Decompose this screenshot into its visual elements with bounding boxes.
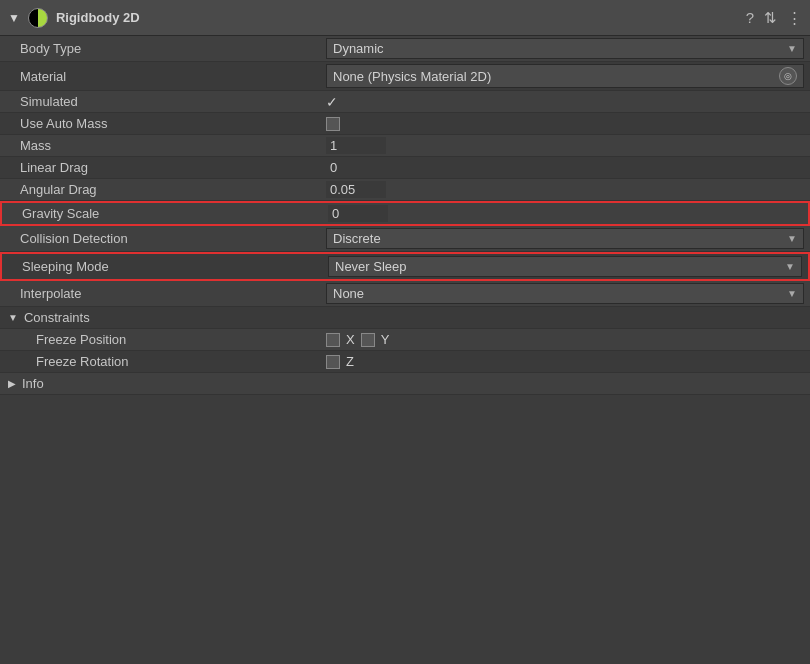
freeze-position-y-checkbox[interactable] xyxy=(361,333,375,347)
info-arrow[interactable]: ▶ xyxy=(8,378,16,389)
simulated-label: Simulated xyxy=(0,91,320,112)
interpolate-dropdown[interactable]: None ▼ xyxy=(326,283,804,304)
body-type-dropdown[interactable]: Dynamic ▼ xyxy=(326,38,804,59)
help-button[interactable]: ? xyxy=(746,10,754,25)
sleeping-mode-value: Never Sleep ▼ xyxy=(322,254,808,279)
body-type-row: Body Type Dynamic ▼ xyxy=(0,36,810,62)
gravity-scale-label: Gravity Scale xyxy=(2,203,322,224)
linear-drag-value xyxy=(320,157,810,178)
use-auto-mass-label: Use Auto Mass xyxy=(0,113,320,134)
constraints-arrow[interactable]: ▼ xyxy=(8,312,18,323)
gravity-scale-value xyxy=(322,203,808,224)
material-select-button[interactable]: ◎ xyxy=(779,67,797,85)
freeze-position-group: X Y xyxy=(326,332,389,347)
gravity-scale-row: Gravity Scale xyxy=(0,201,810,226)
interpolate-row: Interpolate None ▼ xyxy=(0,281,810,307)
sleeping-mode-dropdown[interactable]: Never Sleep ▼ xyxy=(328,256,802,277)
mass-label: Mass xyxy=(0,135,320,156)
collision-detection-label: Collision Detection xyxy=(0,228,320,249)
properties-table: Body Type Dynamic ▼ Material None (Physi… xyxy=(0,36,810,395)
freeze-rotation-z-label: Z xyxy=(346,354,354,369)
simulated-value: ✓ xyxy=(320,92,810,112)
constraints-label: ▼ Constraints xyxy=(0,307,810,328)
interpolate-arrow: ▼ xyxy=(787,288,797,299)
info-text: Info xyxy=(22,376,44,391)
body-type-value: Dynamic ▼ xyxy=(320,36,810,61)
linear-drag-row: Linear Drag xyxy=(0,157,810,179)
angular-drag-input[interactable] xyxy=(326,181,386,198)
body-type-label: Body Type xyxy=(0,38,320,59)
freeze-position-value: X Y xyxy=(320,330,810,349)
component-title: Rigidbody 2D xyxy=(56,10,738,25)
sleeping-mode-text: Never Sleep xyxy=(335,259,407,274)
interpolate-label: Interpolate xyxy=(0,283,320,304)
sleeping-mode-row: Sleeping Mode Never Sleep ▼ xyxy=(0,252,810,281)
use-auto-mass-value xyxy=(320,115,810,133)
simulated-row: Simulated ✓ xyxy=(0,91,810,113)
use-auto-mass-checkbox[interactable] xyxy=(326,117,340,131)
material-row: Material None (Physics Material 2D) ◎ xyxy=(0,62,810,91)
header-actions: ? ⇅ ⋮ xyxy=(746,10,802,25)
sleeping-mode-arrow: ▼ xyxy=(785,261,795,272)
use-auto-mass-row: Use Auto Mass xyxy=(0,113,810,135)
constraints-section-header: ▼ Constraints xyxy=(0,307,810,329)
collision-detection-dropdown[interactable]: Discrete ▼ xyxy=(326,228,804,249)
collision-detection-row: Collision Detection Discrete ▼ xyxy=(0,226,810,252)
info-label-container: ▶ Info xyxy=(0,373,810,394)
gravity-scale-input[interactable] xyxy=(328,205,388,222)
angular-drag-row: Angular Drag xyxy=(0,179,810,201)
mass-input[interactable] xyxy=(326,137,386,154)
settings-button[interactable]: ⇅ xyxy=(764,10,777,25)
rigidbody-2d-panel: ▼ Rigidbody 2D ? ⇅ ⋮ Body Type Dynamic ▼… xyxy=(0,0,810,395)
interpolate-text: None xyxy=(333,286,364,301)
freeze-rotation-label: Freeze Rotation xyxy=(0,351,320,372)
body-type-arrow: ▼ xyxy=(787,43,797,54)
freeze-position-x-label: X xyxy=(346,332,355,347)
collision-detection-text: Discrete xyxy=(333,231,381,246)
freeze-rotation-group: Z xyxy=(326,354,354,369)
freeze-position-row: Freeze Position X Y xyxy=(0,329,810,351)
angular-drag-label: Angular Drag xyxy=(0,179,320,200)
linear-drag-input[interactable] xyxy=(326,159,386,176)
info-section-header: ▶ Info xyxy=(0,373,810,395)
collapse-arrow[interactable]: ▼ xyxy=(8,11,20,25)
material-label: Material xyxy=(0,66,320,87)
mass-row: Mass xyxy=(0,135,810,157)
freeze-position-label: Freeze Position xyxy=(0,329,320,350)
component-header: ▼ Rigidbody 2D ? ⇅ ⋮ xyxy=(0,0,810,36)
material-text: None (Physics Material 2D) xyxy=(333,69,491,84)
material-field: None (Physics Material 2D) ◎ xyxy=(326,64,804,88)
menu-button[interactable]: ⋮ xyxy=(787,10,802,25)
freeze-rotation-value: Z xyxy=(320,352,810,371)
collision-detection-arrow: ▼ xyxy=(787,233,797,244)
freeze-position-y-label: Y xyxy=(381,332,390,347)
freeze-position-x-checkbox[interactable] xyxy=(326,333,340,347)
component-icon xyxy=(28,8,48,28)
linear-drag-label: Linear Drag xyxy=(0,157,320,178)
sleeping-mode-label: Sleeping Mode xyxy=(2,256,322,277)
material-value: None (Physics Material 2D) ◎ xyxy=(320,62,810,90)
collision-detection-value: Discrete ▼ xyxy=(320,226,810,251)
mass-value xyxy=(320,135,810,156)
interpolate-value: None ▼ xyxy=(320,281,810,306)
freeze-rotation-z-checkbox[interactable] xyxy=(326,355,340,369)
constraints-text: Constraints xyxy=(24,310,90,325)
freeze-rotation-row: Freeze Rotation Z xyxy=(0,351,810,373)
body-type-text: Dynamic xyxy=(333,41,384,56)
angular-drag-value xyxy=(320,179,810,200)
simulated-checkmark: ✓ xyxy=(326,94,338,110)
